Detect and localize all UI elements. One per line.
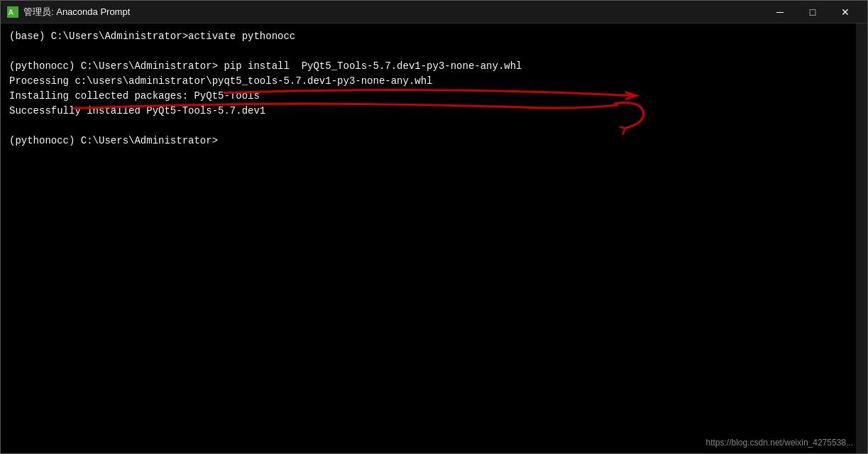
terminal-line-7 [9, 119, 859, 134]
terminal-body[interactable]: (base) C:\Users\Administrator>activate p… [1, 23, 867, 453]
terminal-line-5: Installing collected packages: PyQt5-Too… [9, 89, 859, 104]
app-icon: A [6, 6, 19, 18]
terminal-line-4: Processing c:\users\administrator\pyqt5_… [9, 74, 859, 89]
anaconda-prompt-window: A 管理员: Anaconda Prompt ─ □ ✕ (base) C:\U… [0, 0, 868, 454]
window-title: 管理员: Anaconda Prompt [23, 6, 764, 18]
minimize-button[interactable]: ─ [764, 1, 796, 23]
maximize-button[interactable]: □ [796, 1, 829, 23]
terminal-line-6: Successfully installed PyQt5-Tools-5.7.d… [9, 104, 859, 119]
watermark: https://blog.csdn.net/weixin_4275538... [706, 438, 853, 448]
scrollbar[interactable] [856, 23, 867, 453]
terminal-line-2 [9, 44, 859, 59]
terminal-line-3: (pythonocc) C:\Users\Administrator> pip … [9, 59, 859, 74]
terminal-line-8: (pythonocc) C:\Users\Administrator> [9, 134, 859, 148]
svg-text:A: A [9, 9, 13, 16]
close-button[interactable]: ✕ [829, 1, 862, 23]
window-controls: ─ □ ✕ [764, 1, 862, 23]
terminal-line-1: (base) C:\Users\Administrator>activate p… [9, 29, 859, 44]
titlebar: A 管理员: Anaconda Prompt ─ □ ✕ [1, 1, 867, 23]
